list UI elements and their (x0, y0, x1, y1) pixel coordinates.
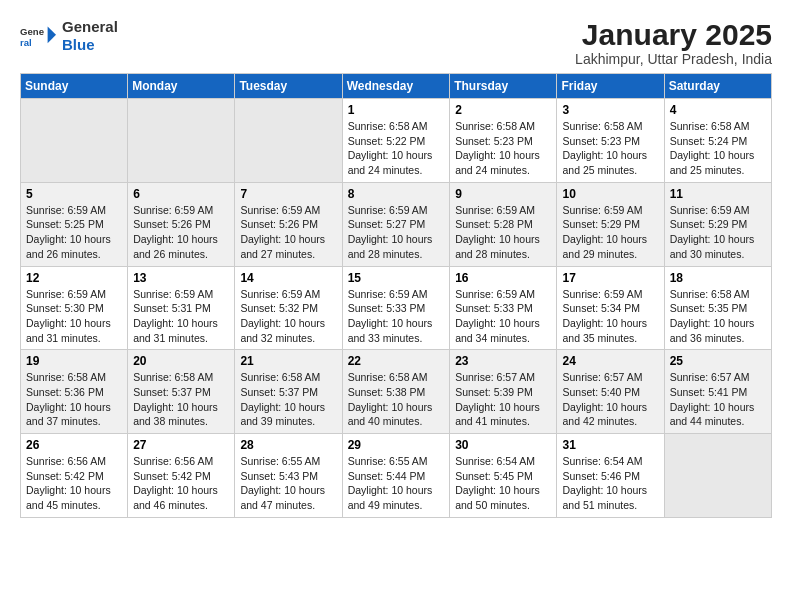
day-number: 27 (133, 438, 229, 452)
table-cell: 2Sunrise: 6:58 AM Sunset: 5:23 PM Daylig… (450, 99, 557, 183)
day-info: Sunrise: 6:59 AM Sunset: 5:34 PM Dayligh… (562, 287, 658, 346)
week-row-5: 26Sunrise: 6:56 AM Sunset: 5:42 PM Dayli… (21, 434, 772, 518)
day-number: 16 (455, 271, 551, 285)
day-number: 29 (348, 438, 445, 452)
day-number: 30 (455, 438, 551, 452)
day-info: Sunrise: 6:59 AM Sunset: 5:26 PM Dayligh… (240, 203, 336, 262)
table-cell: 8Sunrise: 6:59 AM Sunset: 5:27 PM Daylig… (342, 182, 450, 266)
table-cell (21, 99, 128, 183)
day-number: 10 (562, 187, 658, 201)
calendar-subtitle: Lakhimpur, Uttar Pradesh, India (575, 51, 772, 67)
table-cell (128, 99, 235, 183)
table-cell: 11Sunrise: 6:59 AM Sunset: 5:29 PM Dayli… (664, 182, 771, 266)
day-number: 1 (348, 103, 445, 117)
day-number: 3 (562, 103, 658, 117)
day-number: 2 (455, 103, 551, 117)
day-info: Sunrise: 6:59 AM Sunset: 5:29 PM Dayligh… (670, 203, 766, 262)
table-cell: 6Sunrise: 6:59 AM Sunset: 5:26 PM Daylig… (128, 182, 235, 266)
title-block: January 2025 Lakhimpur, Uttar Pradesh, I… (575, 18, 772, 67)
day-info: Sunrise: 6:58 AM Sunset: 5:22 PM Dayligh… (348, 119, 445, 178)
table-cell: 22Sunrise: 6:58 AM Sunset: 5:38 PM Dayli… (342, 350, 450, 434)
day-info: Sunrise: 6:59 AM Sunset: 5:33 PM Dayligh… (455, 287, 551, 346)
day-number: 31 (562, 438, 658, 452)
table-cell: 9Sunrise: 6:59 AM Sunset: 5:28 PM Daylig… (450, 182, 557, 266)
page-container: Gene ral General Blue January 2025 Lakhi… (0, 0, 792, 532)
day-info: Sunrise: 6:58 AM Sunset: 5:38 PM Dayligh… (348, 370, 445, 429)
week-row-3: 12Sunrise: 6:59 AM Sunset: 5:30 PM Dayli… (21, 266, 772, 350)
table-cell: 16Sunrise: 6:59 AM Sunset: 5:33 PM Dayli… (450, 266, 557, 350)
day-number: 19 (26, 354, 122, 368)
table-cell: 27Sunrise: 6:56 AM Sunset: 5:42 PM Dayli… (128, 434, 235, 518)
table-cell: 10Sunrise: 6:59 AM Sunset: 5:29 PM Dayli… (557, 182, 664, 266)
day-number: 12 (26, 271, 122, 285)
table-cell: 19Sunrise: 6:58 AM Sunset: 5:36 PM Dayli… (21, 350, 128, 434)
table-cell: 24Sunrise: 6:57 AM Sunset: 5:40 PM Dayli… (557, 350, 664, 434)
day-number: 24 (562, 354, 658, 368)
header-row: Sunday Monday Tuesday Wednesday Thursday… (21, 74, 772, 99)
day-number: 18 (670, 271, 766, 285)
day-info: Sunrise: 6:54 AM Sunset: 5:45 PM Dayligh… (455, 454, 551, 513)
day-info: Sunrise: 6:58 AM Sunset: 5:36 PM Dayligh… (26, 370, 122, 429)
logo: Gene ral General Blue (20, 18, 118, 54)
table-cell: 15Sunrise: 6:59 AM Sunset: 5:33 PM Dayli… (342, 266, 450, 350)
day-number: 4 (670, 103, 766, 117)
day-info: Sunrise: 6:56 AM Sunset: 5:42 PM Dayligh… (133, 454, 229, 513)
day-number: 28 (240, 438, 336, 452)
table-cell: 25Sunrise: 6:57 AM Sunset: 5:41 PM Dayli… (664, 350, 771, 434)
col-wednesday: Wednesday (342, 74, 450, 99)
week-row-4: 19Sunrise: 6:58 AM Sunset: 5:36 PM Dayli… (21, 350, 772, 434)
table-cell: 18Sunrise: 6:58 AM Sunset: 5:35 PM Dayli… (664, 266, 771, 350)
table-cell: 30Sunrise: 6:54 AM Sunset: 5:45 PM Dayli… (450, 434, 557, 518)
day-info: Sunrise: 6:59 AM Sunset: 5:33 PM Dayligh… (348, 287, 445, 346)
col-tuesday: Tuesday (235, 74, 342, 99)
table-cell: 20Sunrise: 6:58 AM Sunset: 5:37 PM Dayli… (128, 350, 235, 434)
header: Gene ral General Blue January 2025 Lakhi… (20, 18, 772, 67)
table-cell (664, 434, 771, 518)
col-sunday: Sunday (21, 74, 128, 99)
table-cell: 12Sunrise: 6:59 AM Sunset: 5:30 PM Dayli… (21, 266, 128, 350)
day-info: Sunrise: 6:58 AM Sunset: 5:35 PM Dayligh… (670, 287, 766, 346)
day-info: Sunrise: 6:57 AM Sunset: 5:40 PM Dayligh… (562, 370, 658, 429)
day-info: Sunrise: 6:58 AM Sunset: 5:23 PM Dayligh… (562, 119, 658, 178)
day-info: Sunrise: 6:59 AM Sunset: 5:30 PM Dayligh… (26, 287, 122, 346)
col-saturday: Saturday (664, 74, 771, 99)
calendar-title: January 2025 (575, 18, 772, 51)
day-number: 25 (670, 354, 766, 368)
day-info: Sunrise: 6:58 AM Sunset: 5:37 PM Dayligh… (133, 370, 229, 429)
table-cell: 5Sunrise: 6:59 AM Sunset: 5:25 PM Daylig… (21, 182, 128, 266)
table-cell: 13Sunrise: 6:59 AM Sunset: 5:31 PM Dayli… (128, 266, 235, 350)
day-info: Sunrise: 6:59 AM Sunset: 5:32 PM Dayligh… (240, 287, 336, 346)
table-cell: 28Sunrise: 6:55 AM Sunset: 5:43 PM Dayli… (235, 434, 342, 518)
day-info: Sunrise: 6:56 AM Sunset: 5:42 PM Dayligh… (26, 454, 122, 513)
day-number: 15 (348, 271, 445, 285)
table-cell: 31Sunrise: 6:54 AM Sunset: 5:46 PM Dayli… (557, 434, 664, 518)
calendar-table: Sunday Monday Tuesday Wednesday Thursday… (20, 73, 772, 518)
day-info: Sunrise: 6:58 AM Sunset: 5:24 PM Dayligh… (670, 119, 766, 178)
col-monday: Monday (128, 74, 235, 99)
day-number: 22 (348, 354, 445, 368)
day-number: 7 (240, 187, 336, 201)
day-info: Sunrise: 6:55 AM Sunset: 5:43 PM Dayligh… (240, 454, 336, 513)
day-info: Sunrise: 6:59 AM Sunset: 5:29 PM Dayligh… (562, 203, 658, 262)
svg-text:ral: ral (20, 37, 32, 48)
table-cell: 26Sunrise: 6:56 AM Sunset: 5:42 PM Dayli… (21, 434, 128, 518)
day-info: Sunrise: 6:59 AM Sunset: 5:25 PM Dayligh… (26, 203, 122, 262)
day-number: 6 (133, 187, 229, 201)
day-number: 21 (240, 354, 336, 368)
logo-blue: Blue (62, 36, 95, 53)
logo-svg: Gene ral (20, 18, 56, 54)
day-number: 14 (240, 271, 336, 285)
day-number: 26 (26, 438, 122, 452)
col-friday: Friday (557, 74, 664, 99)
svg-text:Gene: Gene (20, 26, 44, 37)
day-number: 8 (348, 187, 445, 201)
day-info: Sunrise: 6:59 AM Sunset: 5:26 PM Dayligh… (133, 203, 229, 262)
table-cell: 14Sunrise: 6:59 AM Sunset: 5:32 PM Dayli… (235, 266, 342, 350)
week-row-1: 1Sunrise: 6:58 AM Sunset: 5:22 PM Daylig… (21, 99, 772, 183)
day-info: Sunrise: 6:54 AM Sunset: 5:46 PM Dayligh… (562, 454, 658, 513)
day-number: 5 (26, 187, 122, 201)
table-cell: 29Sunrise: 6:55 AM Sunset: 5:44 PM Dayli… (342, 434, 450, 518)
week-row-2: 5Sunrise: 6:59 AM Sunset: 5:25 PM Daylig… (21, 182, 772, 266)
day-number: 23 (455, 354, 551, 368)
day-number: 9 (455, 187, 551, 201)
